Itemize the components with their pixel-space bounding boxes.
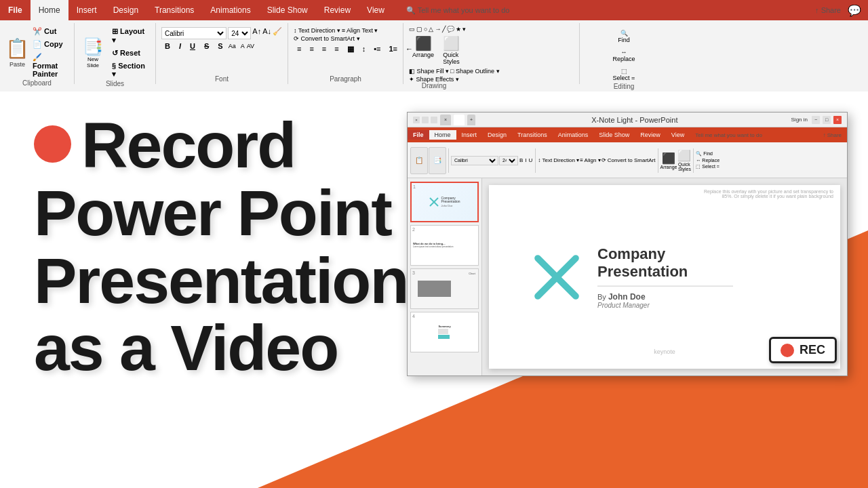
replace-button[interactable]: ↔ Replace — [585, 47, 663, 64]
ppt-inner-share[interactable]: ↑ Share — [823, 132, 847, 138]
slide-thumb-3[interactable]: 3 Chart — [410, 268, 479, 309]
comment-button[interactable]: 💬 — [848, 4, 861, 17]
quick-styles-button[interactable]: ⬜ QuickStyles — [439, 34, 463, 66]
align-text-button[interactable]: ≡ Align Text ▾ — [342, 27, 378, 34]
increase-font-size[interactable]: A↑ — [252, 27, 261, 39]
ppt-inner-tab-file[interactable]: File — [408, 130, 429, 140]
ppt-close-btn[interactable]: × — [413, 117, 420, 123]
ppt-win-close[interactable]: × — [833, 116, 842, 124]
font-color-button[interactable]: A — [241, 43, 245, 49]
ppt-text-dir-btn[interactable]: ↕ Text Direction ▾ — [538, 157, 579, 163]
slide-thumb-1[interactable]: 1 CompanyPresentationJohn Doe — [410, 182, 479, 222]
num-list-button[interactable]: 1≡ — [385, 43, 401, 55]
ppt-quickstyles-btn[interactable]: ⬜ QuickStyles — [677, 149, 691, 171]
triangle-shape[interactable]: △ — [429, 26, 433, 33]
paste-button[interactable]: 📋 Paste — [5, 34, 29, 71]
ppt-font-select[interactable]: Calibri — [451, 156, 498, 165]
rec-button[interactable]: REC — [769, 337, 837, 363]
ppt-inner-tab-insert[interactable]: Insert — [456, 130, 483, 140]
justify-button[interactable]: ≡ — [331, 43, 342, 55]
font-case-button[interactable]: Aa — [229, 43, 236, 49]
tab-view[interactable]: View — [359, 0, 393, 20]
tab-file[interactable]: File — [0, 0, 31, 20]
ppt-inner-tab-home[interactable]: Home — [429, 130, 456, 140]
tab-review[interactable]: Review — [316, 0, 359, 20]
ppt-replace-btn[interactable]: ↔ Replace — [696, 158, 719, 163]
ppt-win-min[interactable]: − — [812, 116, 820, 124]
ppt-sign-in[interactable]: Sign in — [791, 117, 808, 123]
rounded-rect-shape[interactable]: ▢ — [416, 26, 422, 33]
tab-design[interactable]: Design — [105, 0, 146, 20]
ppt-inner-tab-slideshow[interactable]: Slide Show — [593, 130, 635, 140]
find-button[interactable]: 🔍 Find — [585, 28, 663, 45]
char-spacing-button[interactable]: AV — [247, 43, 254, 49]
ppt-inner-tab-view[interactable]: View — [666, 130, 690, 140]
slide-thumb-4[interactable]: 4 Summary — [410, 312, 479, 352]
tab-slide-show[interactable]: Slide Show — [259, 0, 316, 20]
strikethrough-button[interactable]: S — [201, 41, 212, 52]
tab-transitions[interactable]: Transitions — [146, 0, 202, 20]
arrow-shape[interactable]: → — [435, 26, 441, 33]
ppt-underline-btn[interactable]: U — [529, 157, 533, 163]
ppt-align-btn[interactable]: ≡ Align ▾ — [580, 157, 600, 163]
bold-button[interactable]: B — [161, 41, 174, 52]
ppt-tab-active[interactable] — [454, 115, 465, 125]
shadow-button[interactable]: S — [214, 41, 226, 52]
copy-button[interactable]: 📄 Copy — [29, 39, 68, 50]
ppt-inner-tab-animations[interactable]: Animations — [553, 130, 594, 140]
text-direction-button[interactable]: ↕ Text Direction ▾ — [294, 27, 340, 34]
layout-button[interactable]: ⊞ Layout ▾ — [108, 26, 150, 46]
convert-smartart-button[interactable]: ⟳ Convert to SmartArt ▾ — [294, 35, 360, 42]
font-family-select[interactable]: CalibriArial — [161, 27, 226, 39]
align-center-button[interactable]: ≡ — [306, 43, 317, 55]
tab-animations[interactable]: Animations — [202, 0, 258, 20]
ppt-min-btn[interactable] — [422, 117, 429, 123]
share-button[interactable]: ↑ Share — [815, 6, 841, 14]
reset-button[interactable]: ↺ Reset — [108, 47, 150, 59]
bullet-button[interactable]: •≡ — [370, 43, 384, 55]
ppt-italic-btn[interactable]: I — [525, 157, 526, 163]
ppt-restore-btn[interactable] — [431, 117, 437, 123]
clear-format-button[interactable]: 🧹 — [273, 27, 282, 39]
tab-home[interactable]: Home — [31, 0, 68, 20]
line-shape[interactable]: ╱ — [442, 26, 446, 33]
ppt-tab-1[interactable]: × — [440, 115, 451, 125]
italic-button[interactable]: I — [176, 41, 184, 52]
callout-shape[interactable]: 💬 — [447, 26, 454, 33]
new-slide-button[interactable]: 📑 NewSlide — [80, 36, 106, 70]
ppt-inner-tab-transitions[interactable]: Transitions — [512, 130, 553, 140]
tab-insert[interactable]: Insert — [68, 0, 105, 20]
ppt-paste-btn[interactable]: 📋 — [410, 147, 428, 174]
ppt-tab-plus[interactable]: + — [467, 115, 475, 125]
ppt-bold-btn[interactable]: B — [519, 157, 523, 163]
ppt-font-size-select[interactable]: 24 — [499, 156, 518, 165]
star-shape[interactable]: ★ — [456, 26, 461, 33]
rect-shape[interactable]: ▭ — [409, 26, 415, 33]
ppt-arrange-btn[interactable]: ⬛ Arrange — [660, 152, 677, 169]
align-right-button[interactable]: ≡ — [319, 43, 330, 55]
shape-outline-button[interactable]: □ Shape Outline ▾ — [450, 68, 499, 75]
arrange-button[interactable]: ⬛ Arrange — [409, 34, 437, 66]
col-count-button[interactable]: ▦ — [344, 43, 357, 55]
cut-button[interactable]: ✂️ Cut — [29, 26, 68, 37]
font-size-select[interactable]: 241812 — [228, 27, 251, 39]
decrease-font-size[interactable]: A↓ — [262, 27, 271, 39]
more-shapes[interactable]: ▾ — [462, 26, 466, 33]
select-button[interactable]: ⬚ Select = — [585, 66, 663, 83]
align-left-button[interactable]: ≡ — [294, 43, 304, 55]
section-button[interactable]: § Section ▾ — [108, 60, 150, 80]
ppt-find-btn[interactable]: 🔍 Find — [696, 151, 719, 157]
slide-thumb-2[interactable]: 2 What do we do to bring... Lorem ipsum … — [410, 225, 479, 266]
ppt-new-slide-btn[interactable]: 📑 — [429, 147, 446, 174]
underline-button[interactable]: U — [186, 41, 199, 52]
shape-fill-button[interactable]: ◧ Shape Fill ▾ — [409, 68, 449, 75]
ppt-smartart-btn[interactable]: ⟳ Convert to SmartArt — [601, 157, 656, 163]
ppt-inner-tab-design[interactable]: Design — [482, 130, 512, 140]
line-spacing-button[interactable]: ↕ — [359, 43, 370, 55]
ppt-win-max[interactable]: □ — [823, 116, 831, 124]
tell-me-input[interactable]: 🔍 Tell me what you want to do — [406, 6, 510, 15]
format-painter-button[interactable]: 🖌️ Format Painter — [29, 52, 68, 79]
ppt-inner-tab-review[interactable]: Review — [635, 130, 666, 140]
oval-shape[interactable]: ○ — [424, 26, 427, 33]
ppt-select-btn[interactable]: ⬚ Select = — [696, 164, 719, 169]
